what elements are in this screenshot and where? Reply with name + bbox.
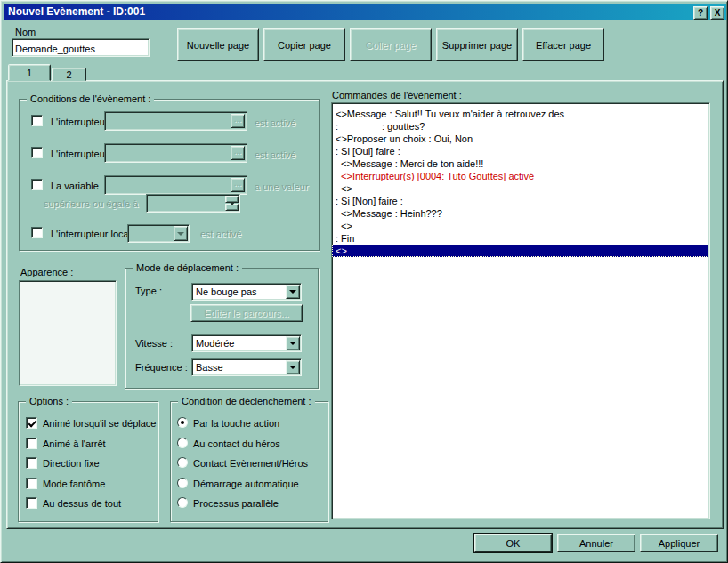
variable-browse-button: ... [231, 178, 245, 192]
help-button[interactable]: ? [693, 6, 708, 20]
switch1-suffix: est activé [255, 117, 295, 129]
chevron-down-icon [177, 232, 184, 236]
ellipsis-icon: ... [234, 178, 241, 188]
apply-button-label: Appliquer [659, 538, 700, 549]
variable-field [104, 175, 247, 195]
option-fixed-direction-label: Direction fixe [43, 458, 100, 470]
apply-button[interactable]: Appliquer [640, 534, 718, 552]
movement-frequency-combo-arrow-button[interactable] [286, 360, 300, 374]
command-line[interactable]: : Fin [332, 232, 709, 245]
switch1-field [104, 111, 247, 131]
command-line[interactable]: <> [332, 220, 709, 232]
trigger-hero-touch-label: Au contact du héros [193, 438, 280, 450]
variable-checkbox[interactable] [31, 179, 43, 190]
movement-type-combo[interactable]: Ne bouge pas [191, 283, 302, 301]
switch2-checkbox[interactable] [31, 147, 43, 158]
copy-page-button-label: Copier page [278, 40, 331, 51]
appearance-label: Apparence : [20, 267, 73, 278]
close-icon: X [715, 8, 721, 18]
option-above-all-label: Au dessus de tout [43, 498, 121, 510]
command-line[interactable]: : : gouttes? [332, 120, 709, 133]
copy-page-button[interactable]: Copier page [263, 28, 345, 61]
local-switch-combo [127, 224, 190, 243]
movement-frequency-label: Fréquence : [135, 362, 188, 374]
command-line[interactable]: <>Message : Heinh??? [332, 207, 709, 220]
option-phantom-mode-label: Mode fantôme [43, 479, 105, 490]
threshold-label: supérieure ou égale à [44, 198, 138, 210]
movement-frequency-combo[interactable]: Basse [191, 358, 302, 376]
movement-type-combo-arrow-button[interactable] [286, 285, 300, 299]
trigger-parallel-process-radio[interactable] [177, 497, 188, 508]
command-line[interactable]: : Si [Oui] faire : [332, 145, 709, 157]
local-switch-checkbox[interactable] [31, 227, 43, 238]
conditions-group-title: Conditions de l'évènement : [27, 93, 154, 105]
tab-page-1[interactable]: 1 [8, 64, 51, 81]
event-editor-dialog: Nouvel Evènement - ID:001 ? X Nom Nouvel… [0, 0, 728, 563]
delete-page-button[interactable]: Supprimer page [436, 28, 518, 61]
command-line[interactable]: <>Proposer un choix : Oui, Non [332, 133, 709, 145]
trigger-action-key-label: Par la touche action [193, 418, 279, 430]
command-line[interactable]: <> [332, 245, 708, 257]
trigger-action-key-radio[interactable] [177, 417, 188, 428]
switch2-browse-button: ... [231, 146, 245, 160]
local-switch-label: L'interrupteur local [51, 229, 131, 240]
command-line[interactable]: <>Message : Merci de ton aide!!! [332, 157, 709, 170]
switch1-label: L'interrupteur [51, 117, 108, 128]
option-above-all-checkbox[interactable] [26, 497, 37, 509]
movement-speed-combo[interactable]: Modérée [191, 334, 302, 352]
command-line[interactable]: : Si [Non] faire : [332, 195, 709, 207]
trigger-group-title: Condition de déclenchement : [178, 396, 315, 407]
movement-type-value: Ne bouge pas [196, 286, 257, 298]
event-name-input[interactable] [12, 38, 150, 57]
edit-route-button-label: Editer le parcours... [204, 308, 288, 318]
variable-suffix: a une valeur [255, 181, 309, 193]
trigger-parallel-process-label: Processus parallèle [193, 498, 279, 510]
spin-down-button[interactable] [225, 204, 239, 211]
trigger-event-hero-contact-label: Contact Evènement/Héros [193, 458, 308, 470]
titlebar[interactable]: Nouvel Evènement - ID:001 [4, 4, 726, 20]
trigger-autostart-radio[interactable] [177, 478, 188, 488]
ok-button[interactable]: OK [474, 534, 552, 552]
switch1-checkbox[interactable] [31, 115, 43, 126]
movement-speed-combo-arrow-button[interactable] [286, 336, 300, 350]
option-animated-moving-checkbox[interactable] [26, 417, 37, 429]
new-page-button[interactable]: Nouvelle page [177, 28, 259, 61]
paste-page-button: Coller page [350, 28, 432, 61]
close-button[interactable]: X [710, 6, 724, 20]
options-group-title: Options : [26, 396, 72, 407]
movement-frequency-value: Basse [196, 362, 223, 374]
switch1-browse-button: ... [231, 114, 245, 128]
trigger-autostart-label: Démarrage automatique [193, 479, 299, 490]
option-animated-idle-checkbox[interactable] [26, 438, 37, 449]
command-line[interactable]: <>Message : Salut!! Tu veux m'aider à re… [332, 108, 709, 120]
command-list[interactable]: <>Message : Salut!! Tu veux m'aider à re… [331, 102, 710, 519]
cancel-button-label: Annuler [579, 538, 613, 549]
new-page-button-label: Nouvelle page [187, 40, 249, 51]
clear-page-button-label: Effacer page [536, 40, 591, 51]
edit-route-button: Editer le parcours... [190, 304, 303, 322]
cancel-button[interactable]: Annuler [557, 534, 635, 552]
appearance-sprite-box[interactable] [19, 280, 117, 386]
switch2-label: L'interrupteur [51, 149, 108, 160]
local-switch-suffix: est activé [200, 229, 241, 240]
option-phantom-mode-checkbox[interactable] [26, 478, 37, 489]
help-icon: ? [698, 8, 703, 18]
commands-label: Commandes de l'évènement : [332, 90, 462, 101]
command-line[interactable]: <>Interrupteur(s) [0004: Tuto Gouttes] a… [332, 170, 709, 182]
clear-page-button[interactable]: Effacer page [522, 28, 604, 61]
command-line[interactable]: <> [332, 182, 709, 195]
switch2-suffix: est activé [255, 149, 295, 161]
trigger-event-hero-contact-radio[interactable] [177, 457, 188, 468]
ellipsis-icon: ... [234, 114, 241, 124]
tab-page-2[interactable]: 2 [52, 68, 86, 81]
variable-label: La variable [51, 181, 99, 192]
ellipsis-icon: ... [234, 146, 241, 156]
name-label: Nom [15, 27, 36, 38]
option-animated-moving-label: Animé lorsqu'il se déplace [43, 418, 156, 430]
paste-page-button-label: Coller page [366, 40, 416, 51]
tab-page-2-label: 2 [66, 69, 71, 80]
trigger-hero-touch-radio[interactable] [177, 438, 188, 448]
ok-button-label: OK [506, 538, 521, 549]
switch2-field [104, 143, 247, 163]
option-fixed-direction-checkbox[interactable] [26, 457, 37, 469]
